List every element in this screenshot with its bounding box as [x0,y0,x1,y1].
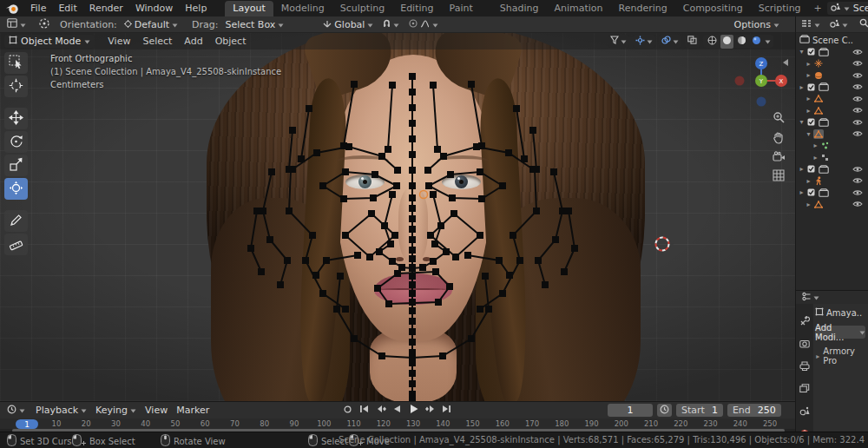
tool-measure[interactable] [4,234,28,255]
eye-icon[interactable] [852,71,864,80]
workspace-tab-modeling[interactable]: Modeling [273,1,332,16]
tool-annotate[interactable] [4,210,28,232]
workspace-tab-animation[interactable]: Animation [546,1,610,16]
search-icon[interactable] [859,18,868,30]
eye-icon[interactable] [852,165,864,174]
preview-range-toggle[interactable] [657,404,672,417]
eye-icon[interactable] [852,176,864,185]
workspace-tab-texture-paint[interactable]: Texture Paint [442,0,492,16]
outliner-row[interactable]: ▾ [796,128,868,141]
mode-selector[interactable]: Object Mode [4,35,95,48]
zoom-icon[interactable] [771,109,786,125]
transform-orientation-dropdown[interactable]: Global [320,18,376,31]
menu-edit[interactable]: Edit [52,2,82,15]
chevron-right-icon[interactable]: ▸ [806,201,812,208]
properties-tab-render[interactable] [799,339,810,350]
eye-icon[interactable] [852,188,864,197]
collection-icon[interactable] [818,188,830,198]
shading-solid-button[interactable] [720,35,733,49]
shading-wireframe-button[interactable] [706,35,719,49]
add-modifier-button[interactable]: Add Modi... [815,326,865,339]
viewport-menu-add[interactable]: Add [178,35,208,48]
drag-dropdown[interactable]: Select Box [222,18,286,31]
proportional-edit-dropdown[interactable] [406,18,441,31]
eye-icon[interactable] [852,200,864,208]
eye-icon[interactable] [852,59,864,68]
outliner-row[interactable]: ▸ [796,82,868,94]
chevron-down-icon[interactable]: ▾ [799,118,805,126]
properties-editor-type-button[interactable] [799,291,822,304]
chevron-down-icon[interactable]: ▾ [799,48,805,56]
orientation-dropdown[interactable]: Default [122,18,181,31]
armature-icon[interactable] [813,175,824,187]
overlays-toggle[interactable] [659,35,681,48]
shading-material-button[interactable] [735,35,748,49]
chevron-right-icon[interactable]: ▸ [799,188,805,196]
checkbox-icon[interactable] [806,188,816,197]
viewport-menu-object[interactable]: Object [209,35,253,48]
xray-toggle[interactable] [685,35,700,48]
prev-keyframe-button[interactable] [373,404,388,417]
menu-render[interactable]: Render [83,2,129,15]
timeline-menu-playback[interactable]: Playback [33,404,89,417]
sidebar-toggle-arrow[interactable] [783,59,788,66]
mesh-icon[interactable] [813,106,824,115]
eye-icon[interactable] [852,95,864,103]
workspace-tab-sculpting[interactable]: Sculpting [332,1,392,16]
outliner-row[interactable]: ▸ [796,140,868,152]
object-visibility-dropdown[interactable] [608,35,629,48]
record-button[interactable] [340,404,355,417]
timeline-menu-view[interactable]: View [142,404,170,417]
viewport-menu-view[interactable]: View [102,35,136,48]
workspace-tab-compositing[interactable]: Compositing [675,1,751,16]
outliner-row[interactable]: ▸ [796,199,868,211]
editor-type-button[interactable] [4,17,29,31]
outliner-row[interactable]: ▸ [796,58,868,70]
outliner-row[interactable]: ▸ [796,105,868,117]
menu-file[interactable]: File [24,2,52,15]
frame-end-field[interactable]: End 250 [727,404,781,417]
collection-icon[interactable] [818,47,830,57]
chevron-right-icon[interactable]: ▸ [799,165,805,173]
eye-icon[interactable] [852,129,864,138]
scene-collection-row[interactable]: Scene C.. [796,33,868,46]
tool-move[interactable] [4,108,28,129]
jump-end-button[interactable] [439,404,454,417]
menu-window[interactable]: Window [129,2,179,15]
properties-tab-tool[interactable] [799,316,810,328]
outliner-row[interactable]: ▾ [796,46,868,58]
tool-scale[interactable] [4,155,28,176]
workspace-tab-shading[interactable]: Shading [492,1,547,16]
next-keyframe-button[interactable] [423,404,437,417]
gizmos-toggle[interactable] [633,35,655,48]
collection-icon[interactable] [818,82,830,92]
outliner-display-mode[interactable] [827,18,851,31]
timeline-editor-type-button[interactable] [4,404,28,418]
workspace-tab-+[interactable]: + [809,1,827,16]
properties-tab-scene[interactable] [799,406,810,418]
viewport-3d[interactable]: Object Mode ViewSelectAddObject [0,33,795,401]
scene-selector[interactable]: Scene ✕ [827,2,868,15]
outliner-editor-type-button[interactable] [799,18,823,31]
mesh-icon[interactable] [813,200,824,209]
workspace-tab-scripting[interactable]: Scripting [751,1,809,16]
chevron-right-icon[interactable]: ▸ [799,83,805,91]
checkbox-icon[interactable] [806,164,816,174]
jump-start-button[interactable] [357,404,372,417]
eye-icon[interactable] [852,106,864,115]
chevron-right-icon[interactable]: ▸ [806,60,812,68]
collection-icon[interactable] [818,164,830,175]
outliner-row[interactable]: ▾ [796,116,868,128]
workspace-tab-uv-editing[interactable]: UV Editing [392,0,441,16]
chevron-right-icon[interactable]: ▸ [806,177,812,185]
eye-icon[interactable] [852,48,864,56]
current-frame-field[interactable]: 1 [608,404,653,417]
collection-icon[interactable] [818,117,830,128]
checkbox-icon[interactable] [806,82,816,92]
workspace-tab-rendering[interactable]: Rendering [611,1,675,16]
empty-icon[interactable] [813,58,824,69]
timeline-menu-keying[interactable]: Keying [93,404,139,417]
outliner-row[interactable]: ▸ [796,187,868,199]
mesh-icon[interactable] [813,94,824,103]
tool-transform[interactable] [4,178,28,200]
